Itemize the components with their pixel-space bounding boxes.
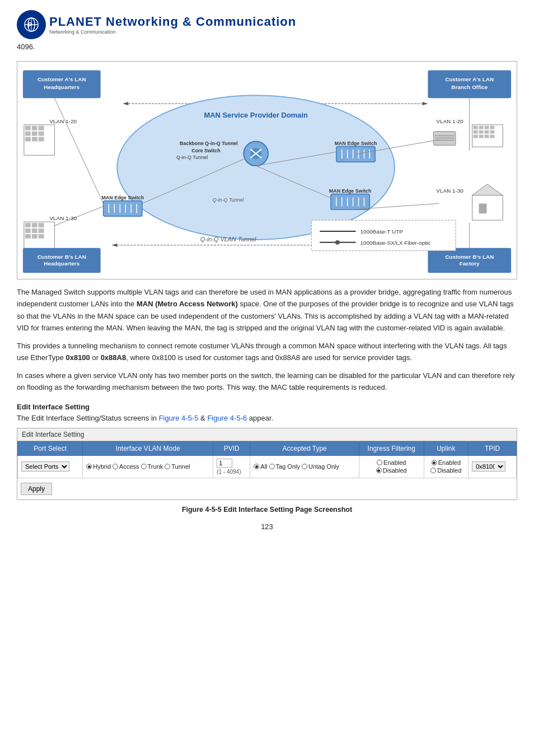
apply-button[interactable]: Apply (21, 483, 52, 495)
tpid-cell[interactable]: 0x8100 0x88A8 (469, 455, 517, 478)
figure-caption-text: Figure 4-5-5 Edit Interface Setting Page… (182, 506, 352, 514)
section-intro: The Edit Interface Setting/Status screen… (17, 414, 517, 422)
radio-tag-only[interactable]: Tag Only (269, 463, 300, 470)
svg-rect-58 (39, 132, 44, 136)
radio-enabled-dot (377, 460, 382, 465)
ethertype1-text: 0x8100 (65, 353, 90, 362)
svg-rect-66 (39, 223, 44, 227)
edit-interface-setting-table: Edit Interface Setting Port Select Inter… (17, 428, 517, 500)
radio-enabled-label: Enabled (383, 459, 406, 466)
diagram-svg: Customer A's LAN Headquarters Customer A… (17, 62, 517, 279)
radio-tunnel[interactable]: Tunnel (165, 463, 190, 470)
intro-number: 4096. (17, 43, 517, 51)
radio-uplink-enabled-label: Enabled (438, 459, 461, 466)
col-ingress-filtering: Ingress Filtering (359, 441, 424, 455)
svg-text:Factory: Factory (460, 260, 480, 267)
uplink-cell: Enabled Disabled (424, 455, 469, 478)
radio-tag-only-label: Tag Only (276, 463, 300, 470)
svg-text:Customer B's LAN: Customer B's LAN (38, 254, 86, 260)
svg-text:Headquarters: Headquarters (44, 84, 79, 90)
svg-rect-81 (485, 130, 489, 134)
ethertype2-text: 0x88A8 (101, 353, 127, 362)
page-number: 123 (17, 522, 517, 531)
bold-man: MAN (Metro Access Network) (137, 300, 238, 308)
col-interface-vlan-mode: Interface VLAN Mode (83, 441, 213, 455)
svg-rect-54 (32, 126, 38, 130)
svg-rect-77 (485, 126, 489, 129)
setting-table: Port Select Interface VLAN Mode PVID Acc… (17, 441, 517, 478)
logo: P PLANET Networking & Communication Netw… (17, 10, 296, 39)
svg-text:Backbone Q-in-Q Tunnel: Backbone Q-in-Q Tunnel (180, 141, 238, 146)
pvid-cell[interactable]: (1 - 4094) (213, 455, 250, 478)
pvid-input[interactable] (217, 459, 232, 468)
svg-text:1000Base-SX/LX Fiber-optic: 1000Base-SX/LX Fiber-optic (360, 240, 431, 246)
radio-tunnel-label: Tunnel (171, 463, 190, 470)
logo-icon: P (17, 10, 46, 39)
radio-trunk-dot (141, 464, 147, 469)
ingress-radio-group: Enabled Disabled (363, 459, 420, 474)
svg-text:Customer A's LAN: Customer A's LAN (445, 76, 494, 82)
svg-text:Customer B's LAN: Customer B's LAN (445, 254, 494, 260)
svg-rect-75 (474, 126, 478, 129)
radio-enabled[interactable]: Enabled (377, 459, 406, 466)
radio-tag-only-dot (269, 464, 275, 469)
radio-all[interactable]: All (254, 463, 267, 470)
tpid-dropdown[interactable]: 0x8100 0x88A8 (472, 461, 505, 472)
radio-untag-only-label: Untag Only (308, 463, 339, 470)
col-tpid: TPID (469, 441, 517, 455)
port-select-cell[interactable]: Select Ports (18, 455, 83, 478)
figure-link-2[interactable]: Figure 4-5-6 (207, 414, 247, 422)
svg-text:VLAN 1-20: VLAN 1-20 (49, 118, 77, 124)
col-accepted-type: Accepted Type (250, 441, 359, 455)
radio-hybrid[interactable]: Hybrid (86, 463, 111, 470)
radio-disabled-dot (376, 468, 382, 473)
col-port-select: Port Select (18, 441, 83, 455)
svg-rect-94 (479, 203, 487, 213)
svg-text:Customer A's LAN: Customer A's LAN (38, 76, 86, 82)
svg-text:VLAN 1-20: VLAN 1-20 (436, 118, 463, 124)
section-heading: Edit Interface Setting (17, 403, 517, 411)
radio-trunk-label: Trunk (148, 463, 163, 470)
svg-rect-71 (32, 234, 38, 239)
table-title: Edit Interface Setting (17, 428, 517, 441)
svg-text:VLAN 1-30: VLAN 1-30 (436, 188, 463, 194)
table-header-row: Port Select Interface VLAN Mode PVID Acc… (18, 441, 517, 455)
ingress-filtering-cell: Enabled Disabled (359, 455, 424, 478)
radio-uplink-enabled[interactable]: Enabled (432, 459, 461, 466)
svg-rect-55 (39, 126, 44, 130)
svg-rect-80 (479, 130, 484, 134)
radio-uplink-disabled[interactable]: Disabled (430, 467, 461, 474)
accepted-type-radio-group: All Tag Only Untag Only (254, 463, 355, 470)
svg-text:MAN Service Provider Domain: MAN Service Provider Domain (204, 111, 308, 119)
svg-rect-85 (485, 135, 489, 138)
svg-rect-53 (25, 126, 31, 130)
radio-disabled[interactable]: Disabled (376, 467, 407, 474)
port-select-dropdown[interactable]: Select Ports (21, 461, 69, 472)
svg-text:Branch Office: Branch Office (451, 84, 488, 90)
page-header: P PLANET Networking & Communication Netw… (17, 6, 517, 43)
radio-uplink-disabled-label: Disabled (437, 467, 461, 474)
uplink-radio-group: Enabled Disabled (428, 459, 465, 474)
radio-access[interactable]: Access (113, 463, 139, 470)
logo-name: PLANET Networking & Communication (49, 15, 296, 29)
svg-text:P: P (27, 21, 32, 29)
paragraph-2: This provides a tunneling mechanism to c… (17, 340, 517, 364)
figure-link-1[interactable]: Figure 4-5-5 (159, 414, 199, 422)
svg-text:MAN Edge Switch: MAN Edge Switch (329, 188, 372, 194)
svg-text:Q-in-Q Tunnel: Q-in-Q Tunnel (176, 155, 208, 160)
paragraph-1: The Managed Switch supports multiple VLA… (17, 286, 517, 334)
logo-tagline: Networking & Communication (49, 29, 296, 35)
svg-rect-78 (490, 126, 494, 129)
svg-rect-86 (490, 135, 494, 138)
figure-caption: Figure 4-5-5 Edit Interface Setting Page… (17, 506, 517, 514)
col-pvid: PVID (213, 441, 250, 455)
table-row: Select Ports Hybrid Access (18, 455, 517, 478)
col-uplink: Uplink (424, 441, 469, 455)
radio-uplink-disabled-dot (430, 468, 436, 473)
svg-text:Core Switch: Core Switch (191, 148, 220, 153)
svg-text:MAN Edge Switch: MAN Edge Switch (335, 141, 377, 146)
radio-tunnel-dot (165, 464, 170, 469)
radio-untag-only[interactable]: Untag Only (302, 463, 339, 470)
radio-trunk[interactable]: Trunk (141, 463, 163, 470)
svg-text:Q-in-Q Tunnel: Q-in-Q Tunnel (213, 197, 245, 203)
